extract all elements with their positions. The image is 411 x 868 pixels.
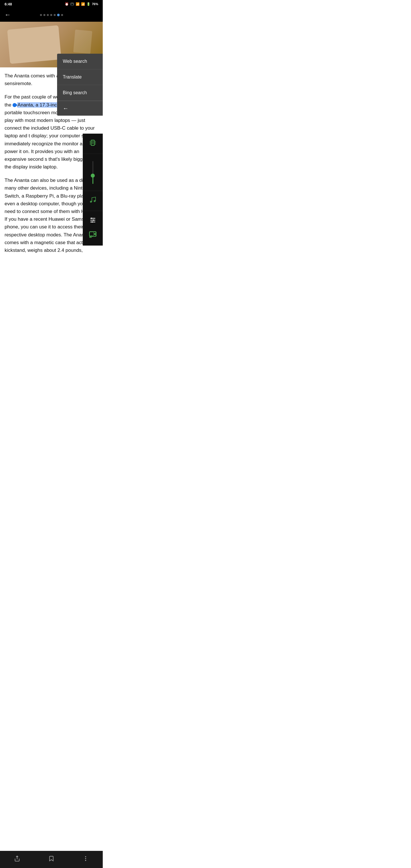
time: 6:48 — [5, 2, 12, 6]
para2-before2: the — [5, 102, 12, 107]
dot-4 — [50, 14, 52, 16]
vibrate-icon: 📳 — [70, 2, 74, 6]
dot-1 — [40, 14, 42, 16]
eq-icon — [89, 216, 96, 225]
context-menu-back[interactable]: ← — [57, 101, 103, 116]
signal-icon: 📶 — [81, 2, 85, 6]
page-dots — [40, 14, 63, 16]
selection-handle-left — [12, 102, 18, 108]
svg-point-9 — [94, 200, 96, 202]
context-menu-bing-search[interactable]: Bing search — [57, 85, 103, 101]
volume-thumb[interactable] — [91, 174, 95, 178]
dot-7 — [61, 14, 63, 16]
music-icon — [89, 196, 96, 206]
context-menu-web-search[interactable]: Web search — [57, 54, 103, 69]
battery-percent: 76% — [92, 2, 98, 6]
context-back-arrow-icon: ← — [63, 105, 68, 112]
wifi-icon: 📶 — [76, 2, 80, 6]
top-nav: ← — [0, 8, 103, 22]
vibrate-button[interactable] — [83, 134, 103, 154]
svg-point-8 — [90, 201, 92, 203]
vibrate-icon-btn — [89, 139, 97, 149]
alarm-icon: ⏰ — [65, 2, 69, 6]
cast-icon — [89, 231, 97, 241]
battery-icon: 🔋 — [87, 2, 91, 6]
dot-3 — [47, 14, 49, 16]
svg-point-15 — [92, 221, 93, 222]
para1-end: remote. — [16, 81, 33, 86]
highlighted-phrase: Ananta, a 17.3-inch, — [17, 102, 61, 107]
volume-button[interactable] — [83, 154, 103, 191]
dot-6-active — [57, 14, 60, 16]
status-bar: 6:48 ⏰ 📳 📶 📶 🔋 76% — [0, 0, 103, 8]
svg-point-13 — [91, 218, 92, 219]
cast-button[interactable] — [83, 225, 103, 246]
dot-2 — [43, 14, 45, 16]
svg-rect-1 — [92, 141, 94, 144]
context-menu: Web search Translate Bing search ← — [57, 54, 103, 116]
volume-slider[interactable] — [92, 158, 93, 187]
dot-5 — [54, 14, 56, 16]
context-menu-translate[interactable]: Translate — [57, 69, 103, 85]
music-button[interactable] — [83, 191, 103, 211]
status-icons: ⏰ 📳 📶 📶 🔋 76% — [65, 2, 98, 6]
back-button[interactable]: ← — [5, 11, 11, 19]
svg-point-14 — [93, 219, 94, 220]
volume-track — [92, 161, 93, 184]
